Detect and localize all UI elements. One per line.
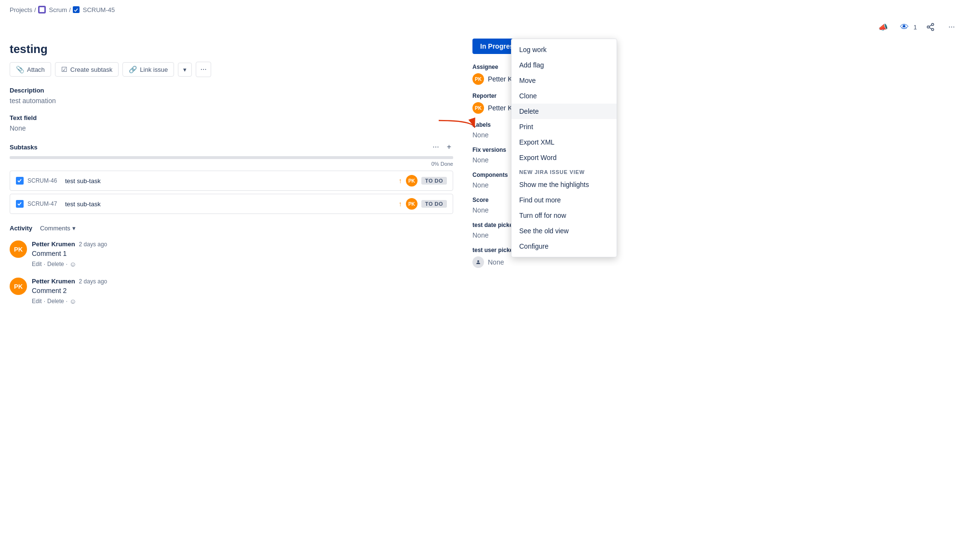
action-bar: 📎 Attach ☑ Create subtask 🔗 Link issue ▾… [10,62,453,87]
subtask-right: ↑ PK TO DO [399,198,447,210]
test-user-picker-user: None [472,256,617,268]
reporter-avatar: PK [472,102,484,114]
attach-label: Attach [27,66,45,73]
menu-item-configure[interactable]: Configure [511,239,617,254]
comment-emoji-btn[interactable]: ☺ [69,297,76,305]
subtask-icon: ☑ [61,66,67,73]
attach-btn[interactable]: 📎 Attach [10,62,51,77]
progress-label: 0% Done [10,161,453,167]
assignee-avatar: PK [472,73,484,85]
text-field-section: Text field None [10,114,453,132]
more-options-btn[interactable]: ··· [944,19,959,35]
create-subtask-label: Create subtask [70,66,112,73]
subtask-item[interactable]: SCRUM-47 test sub-task ↑ PK TO DO [10,194,453,214]
menu-item-print[interactable]: Print [511,119,617,134]
comment-time: 2 days ago [79,241,108,248]
issue-type-icon [73,6,80,13]
progress-bar-container [10,156,453,159]
menu-item-export-word[interactable]: Export Word [511,150,617,165]
comment-edit-btn[interactable]: Edit [32,298,42,305]
commenter-avatar: PK [10,240,27,258]
chevron-down-icon: ▾ [183,66,187,73]
watch-badge: 👁 1 [897,19,917,35]
comment-text: Comment 1 [32,250,453,257]
comment-header: Petter Krumen 2 days ago [32,278,453,285]
subtasks-add-btn[interactable]: + [445,142,453,152]
issue-title: testing [10,39,453,62]
subtask-right: ↑ PK TO DO [399,175,447,187]
menu-item-log-work[interactable]: Log work [511,42,617,57]
activity-section: Activity Comments ▾ PK Petter Krumen 2 d… [10,224,453,305]
share-btn[interactable] [923,19,938,35]
menu-item-export-xml[interactable]: Export XML [511,134,617,150]
link-issue-btn[interactable]: 🔗 Link issue [122,62,174,77]
comment-actions: Edit · Delete · ☺ [32,260,453,268]
comment-edit-btn[interactable]: Edit [32,261,42,267]
menu-item-turn-off[interactable]: Turn off for now [511,208,617,223]
subtask-name: test sub-task [65,177,395,185]
comment-content: Petter Krumen 2 days ago Comment 2 Edit … [32,278,453,305]
subtask-item[interactable]: SCRUM-46 test sub-task ↑ PK TO DO [10,171,453,191]
subtasks-title: Subtasks [10,144,38,151]
subtasks-section: Subtasks ··· + 0% Done SCRUM- [10,142,453,214]
subtask-type-icon [16,177,24,185]
create-subtask-btn[interactable]: ☑ Create subtask [55,62,119,77]
subtask-type-icon [16,200,24,208]
svg-rect-0 [40,7,44,12]
svg-point-1 [931,24,934,26]
link-icon: 🔗 [129,66,137,73]
breadcrumb: Projects / Scrum / SCRUM-45 [0,0,969,15]
priority-up-icon: ↑ [399,200,402,208]
attach-icon: 📎 [16,66,24,73]
comment-time: 2 days ago [79,278,108,285]
comment-delete-btn[interactable]: Delete [47,261,64,267]
menu-item-see-old-view[interactable]: See the old view [511,223,617,239]
svg-point-7 [477,260,479,262]
breadcrumb-issue[interactable]: SCRUM-45 [83,6,115,13]
watch-count: 1 [914,24,917,31]
text-field-value: None [10,124,453,132]
subtask-assignee-avatar: PK [406,198,417,210]
progress-bar-bg [10,156,453,159]
comments-dropdown-btn[interactable]: Comments ▾ [37,224,79,233]
test-user-picker-avatar [472,256,484,268]
priority-up-icon: ↑ [399,177,402,185]
menu-item-delete[interactable]: Delete [511,104,617,119]
subtasks-actions: ··· + [431,142,453,152]
scrum-project-icon [38,6,46,13]
subtask-status-badge: TO DO [421,200,447,208]
menu-item-clone[interactable]: Clone [511,88,617,104]
menu-item-move[interactable]: Move [511,73,617,88]
subtasks-more-btn[interactable]: ··· [431,142,441,152]
menu-item-find-out-more[interactable]: Find out more [511,192,617,208]
breadcrumb-project[interactable]: Scrum [49,6,67,13]
comment-actions: Edit · Delete · ☺ [32,297,453,305]
comment-header: Petter Krumen 2 days ago [32,240,453,248]
comment-item: PK Petter Krumen 2 days ago Comment 2 Ed… [10,278,453,305]
comment-emoji-btn[interactable]: ☺ [69,260,76,268]
link-issue-label: Link issue [140,66,168,73]
breadcrumb-sep1: / [34,6,36,13]
subtask-name: test sub-task [65,200,395,208]
right-panel: In Progress ▾ Log work Add flag Move Clo… [472,39,617,315]
subtask-status-badge: TO DO [421,177,447,185]
new-jira-view-separator: NEW JIRA ISSUE VIEW [511,165,617,177]
breadcrumb-sep2: / [69,6,71,13]
menu-item-show-highlights[interactable]: Show me the highlights [511,177,617,192]
extra-actions-btn[interactable]: ··· [196,62,211,77]
svg-point-2 [927,26,929,28]
text-field-title: Text field [10,114,453,121]
description-title: Description [10,87,453,94]
breadcrumb-projects[interactable]: Projects [10,6,32,13]
megaphone-icon-btn[interactable]: 📣 [875,19,891,35]
comment-delete-btn[interactable]: Delete [47,298,64,305]
activity-header: Activity Comments ▾ [10,224,453,233]
subtask-key: SCRUM-47 [27,200,61,207]
more-actions-dropdown-btn[interactable]: ▾ [178,63,192,77]
comment-author: Petter Krumen [32,240,75,248]
svg-line-5 [929,25,931,27]
subtask-key: SCRUM-46 [27,177,61,184]
watch-btn[interactable]: 👁 [897,19,912,35]
menu-item-add-flag[interactable]: Add flag [511,57,617,73]
comment-author: Petter Krumen [32,278,75,285]
